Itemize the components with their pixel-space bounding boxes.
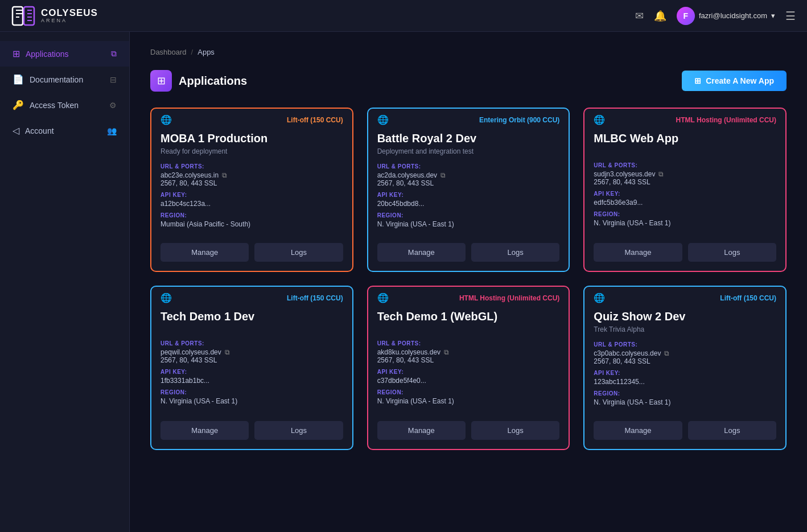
- card-url-quizshow2dev: c3p0abc.colyseus.dev ⧉: [594, 349, 776, 357]
- card-plan-mlbcwebapp: HTML Hosting (Unlimited CCU): [676, 116, 776, 124]
- card-network-icon: 🌐: [160, 292, 172, 303]
- card-plan-battleroyal2: Entering Orbit (900 CCU): [479, 116, 559, 124]
- sidebar-label-access-token: Access Token: [30, 101, 79, 110]
- card-actions-battleroyal2: Manage Logs: [368, 237, 569, 271]
- card-plan-techdemo1webgl: HTML Hosting (Unlimited CCU): [459, 294, 559, 302]
- sidebar-label-account: Account: [25, 126, 54, 135]
- card-apikey-mlbcwebapp: edfc5b36e3a9...: [594, 199, 776, 207]
- app-card-moba1: 🌐 Lift-off (150 CCU) MOBA 1 Production R…: [150, 108, 353, 272]
- topnav-right: ✉ 🔔 F fazri@lucidsight.com ▾ ☰: [635, 7, 796, 25]
- card-plan-moba1: Lift-off (150 CCU): [287, 116, 343, 124]
- page-title-icon: ⊞: [150, 70, 172, 92]
- card-network-icon: 🌐: [594, 292, 605, 303]
- logo-name: COLYSEUS: [41, 8, 98, 18]
- card-network-icon: 🌐: [594, 114, 605, 125]
- card-subtitle-moba1: Ready for deployment: [160, 147, 343, 155]
- card-header-mlbcwebapp: 🌐 HTML Hosting (Unlimited CCU): [584, 109, 785, 130]
- card-apikey-label-mlbcwebapp: API KEY:: [594, 191, 776, 197]
- copy-url-icon-battleroyal2[interactable]: ⧉: [440, 171, 446, 179]
- card-header-techdemo1webgl: 🌐 HTML Hosting (Unlimited CCU): [368, 287, 569, 308]
- card-header-quizshow2dev: 🌐 Lift-off (150 CCU): [584, 287, 785, 308]
- create-btn-label: Create A New App: [706, 76, 774, 85]
- card-body-quizshow2dev: Quiz Show 2 Dev Trek Trivia Alpha URL & …: [584, 308, 785, 415]
- card-region-techdemo1webgl: N. Virginia (USA - East 1): [377, 397, 560, 405]
- sidebar-item-access-token[interactable]: 🔑 Access Token ⚙: [0, 92, 129, 118]
- card-title-battleroyal2: Battle Royal 2 Dev: [377, 132, 560, 145]
- app-card-quizshow2dev: 🌐 Lift-off (150 CCU) Quiz Show 2 Dev Tre…: [583, 286, 787, 450]
- manage-button-moba1[interactable]: Manage: [160, 243, 249, 262]
- page-title-area: ⊞ Applications: [150, 70, 247, 92]
- card-title-quizshow2dev: Quiz Show 2 Dev: [594, 310, 776, 323]
- page-header: ⊞ Applications ⊞ Create A New App: [150, 70, 787, 92]
- app-card-battleroyal2: 🌐 Entering Orbit (900 CCU) Battle Royal …: [367, 108, 570, 272]
- card-body-mlbcwebapp: MLBC Web App URL & PORTS: sudjn3.colyseu…: [584, 130, 785, 237]
- app-card-mlbcwebapp: 🌐 HTML Hosting (Unlimited CCU) MLBC Web …: [583, 108, 787, 272]
- logo-text-area: COLYSEUS ARENA: [41, 8, 98, 23]
- manage-button-mlbcwebapp[interactable]: Manage: [594, 243, 682, 262]
- manage-button-techdemo1webgl[interactable]: Manage: [377, 421, 466, 440]
- card-ports-mlbcwebapp: 2567, 80, 443 SSL: [594, 178, 776, 186]
- sidebar-doc-icon: ⊟: [110, 75, 117, 84]
- logo-area: COLYSEUS ARENA: [11, 5, 98, 27]
- chevron-down-icon: ▾: [771, 11, 775, 20]
- logo-sub: ARENA: [41, 18, 98, 23]
- bell-icon[interactable]: 🔔: [654, 10, 666, 22]
- copy-url-icon-techdemo1dev[interactable]: ⧉: [225, 348, 230, 356]
- card-header-battleroyal2: 🌐 Entering Orbit (900 CCU): [368, 109, 569, 130]
- card-title-mlbcwebapp: MLBC Web App: [594, 132, 776, 145]
- sidebar-item-documentation[interactable]: 📄 Documentation ⊟: [0, 67, 129, 92]
- card-apikey-quizshow2dev: 123abc112345...: [594, 378, 776, 386]
- card-apikey-techdemo1webgl: c37dbde5f4e0...: [377, 377, 560, 385]
- card-subtitle-battleroyal2: Deployment and integration test: [377, 147, 560, 155]
- logs-button-moba1[interactable]: Logs: [254, 243, 343, 262]
- user-menu[interactable]: F fazri@lucidsight.com ▾: [677, 7, 775, 25]
- applications-icon: ⊞: [13, 48, 20, 59]
- card-url-label-mlbcwebapp: URL & PORTS:: [594, 162, 776, 168]
- card-region-moba1: Mumbai (Asia Pacific - South): [160, 220, 343, 228]
- card-url-techdemo1webgl: akd8ku.colyseus.dev ⧉: [377, 348, 560, 356]
- card-url-techdemo1dev: peqwil.colyseus.dev ⧉: [160, 348, 343, 356]
- card-apikey-label-moba1: API KEY:: [160, 192, 343, 198]
- copy-url-icon-mlbcwebapp[interactable]: ⧉: [658, 170, 664, 178]
- apps-grid-icon: ⊞: [157, 75, 166, 87]
- card-url-battleroyal2: ac2da.colyseus.dev ⧉: [377, 171, 560, 179]
- topnav: COLYSEUS ARENA ✉ 🔔 F fazri@lucidsight.co…: [0, 0, 807, 32]
- card-title-techdemo1webgl: Tech Demo 1 (WebGL): [377, 310, 560, 323]
- manage-button-techdemo1dev[interactable]: Manage: [160, 421, 249, 440]
- documentation-icon: 📄: [13, 74, 24, 85]
- breadcrumb-separator: /: [191, 48, 193, 56]
- create-icon: ⊞: [694, 76, 701, 85]
- copy-url-icon-quizshow2dev[interactable]: ⧉: [664, 349, 669, 357]
- apps-grid: 🌐 Lift-off (150 CCU) MOBA 1 Production R…: [150, 108, 787, 450]
- card-body-techdemo1webgl: Tech Demo 1 (WebGL) URL & PORTS: akd8ku.…: [368, 308, 569, 415]
- create-app-button[interactable]: ⊞ Create A New App: [682, 71, 787, 91]
- app-card-techdemo1webgl: 🌐 HTML Hosting (Unlimited CCU) Tech Demo…: [367, 286, 570, 450]
- card-header-techdemo1dev: 🌐 Lift-off (150 CCU): [151, 287, 352, 308]
- card-ports-battleroyal2: 2567, 80, 443 SSL: [377, 179, 560, 187]
- mail-icon[interactable]: ✉: [635, 10, 644, 22]
- card-body-battleroyal2: Battle Royal 2 Dev Deployment and integr…: [368, 130, 569, 237]
- sidebar-label-documentation: Documentation: [30, 75, 83, 84]
- logs-button-techdemo1webgl[interactable]: Logs: [471, 421, 559, 440]
- card-region-label-battleroyal2: REGION:: [377, 212, 560, 218]
- copy-url-icon-moba1[interactable]: ⧉: [222, 171, 227, 179]
- breadcrumb-current: Apps: [197, 48, 215, 56]
- card-region-label-techdemo1webgl: REGION:: [377, 389, 560, 395]
- logs-button-mlbcwebapp[interactable]: Logs: [688, 243, 776, 262]
- manage-button-battleroyal2[interactable]: Manage: [377, 243, 466, 262]
- card-apikey-label-quizshow2dev: API KEY:: [594, 370, 776, 376]
- breadcrumb-dashboard[interactable]: Dashboard: [150, 48, 187, 56]
- logs-button-techdemo1dev[interactable]: Logs: [254, 421, 343, 440]
- logs-button-battleroyal2[interactable]: Logs: [471, 243, 559, 262]
- card-network-icon: 🌐: [377, 114, 389, 125]
- copy-url-icon-techdemo1webgl[interactable]: ⧉: [444, 348, 449, 356]
- logs-button-quizshow2dev[interactable]: Logs: [688, 421, 776, 440]
- hamburger-icon[interactable]: ☰: [785, 9, 796, 23]
- manage-button-quizshow2dev[interactable]: Manage: [594, 421, 682, 440]
- sidebar-item-applications[interactable]: ⊞ Applications ⧉: [0, 41, 129, 67]
- sidebar-account-icon: 👥: [107, 126, 117, 135]
- svg-rect-0: [13, 7, 23, 25]
- card-actions-mlbcwebapp: Manage Logs: [584, 237, 785, 271]
- sidebar-item-account[interactable]: ◁ Account 👥: [0, 118, 129, 143]
- card-url-label-moba1: URL & PORTS:: [160, 163, 343, 170]
